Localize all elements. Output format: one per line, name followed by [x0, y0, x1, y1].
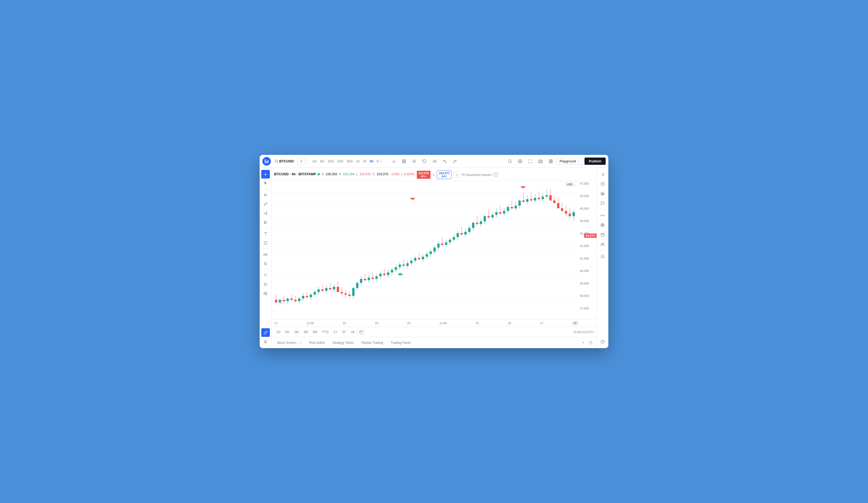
fullscreen-button[interactable]	[526, 157, 535, 165]
svg-point-24	[266, 211, 267, 212]
candlestick-chart[interactable]	[271, 181, 578, 312]
bottom-panel: Stock Screen... Pine Editor Strategy Tes…	[271, 337, 597, 348]
layers-button[interactable]	[598, 189, 607, 198]
pine-editor-tab[interactable]: Pine Editor	[306, 339, 328, 346]
stock-screener-tab[interactable]: Stock Screen...	[274, 339, 305, 346]
time-18: 18	[375, 322, 378, 325]
text-tool[interactable]	[261, 230, 270, 238]
link-tool[interactable]	[261, 328, 270, 337]
symbol-search[interactable]: BTCUSD	[272, 158, 296, 164]
trading-panel-tab[interactable]: Trading Panel	[387, 339, 414, 346]
publish-button[interactable]: Publish	[585, 158, 606, 165]
svg-point-67	[602, 224, 604, 226]
drawing-tool[interactable]	[261, 200, 270, 208]
stock-screener-label: Stock Screen...	[277, 341, 299, 345]
right-sidebar	[597, 168, 608, 348]
interval-D-dropdown[interactable]: D	[375, 159, 384, 164]
logo-button[interactable]	[262, 157, 271, 165]
measure-tool-button[interactable]	[598, 211, 607, 220]
target-button[interactable]	[598, 221, 607, 229]
panel-expand-btn[interactable]	[587, 340, 594, 346]
alerts-history-button[interactable]	[598, 180, 607, 188]
tf-6m[interactable]: 6M	[311, 329, 319, 335]
svg-point-6	[414, 161, 415, 162]
interval-4h[interactable]: 4h	[368, 159, 375, 164]
lock-tool[interactable]	[261, 280, 270, 289]
magnet-tool[interactable]	[261, 271, 270, 279]
open-label: O	[321, 172, 324, 176]
indicators-button[interactable]	[410, 157, 418, 165]
redo-button[interactable]	[451, 157, 459, 165]
interval-1h[interactable]: 1h	[354, 159, 361, 164]
fast-backward-button[interactable]	[430, 157, 439, 165]
watchlist-button[interactable]	[598, 170, 607, 179]
add-symbol-button[interactable]: +	[298, 158, 305, 165]
collapse-button[interactable]: ∧	[454, 172, 459, 178]
tf-1d[interactable]: 1D	[274, 329, 282, 335]
indicator-row: ∧ TD Sequential Indicator	[454, 172, 498, 178]
interval-30m[interactable]: 30m	[345, 159, 354, 164]
alert-button[interactable]	[598, 252, 607, 261]
interval-2h[interactable]: 2h	[361, 159, 368, 164]
time-27: 27	[540, 322, 544, 325]
fib-tool[interactable]	[261, 218, 270, 227]
price-67000: 67,000	[580, 182, 595, 185]
tf-5y[interactable]: 5Y	[340, 329, 348, 335]
replay-trading-tab[interactable]: Replay Trading	[358, 339, 386, 346]
cursor-tool[interactable]	[261, 179, 270, 188]
tf-5d[interactable]: 5D	[283, 329, 291, 335]
time-1200-1: 12:00	[306, 322, 314, 325]
date-range-button[interactable]	[357, 329, 364, 335]
eye-tool[interactable]	[261, 289, 270, 298]
calendar-button[interactable]	[598, 230, 607, 239]
help-button[interactable]	[598, 338, 607, 346]
compare-button[interactable]	[390, 157, 398, 165]
tf-all[interactable]: All	[349, 329, 356, 335]
panel-collapse-btn[interactable]	[580, 340, 586, 346]
comments-button[interactable]	[598, 199, 607, 208]
interval-5m[interactable]: 5m	[318, 159, 326, 164]
buy-badge[interactable]: 103,077 BUY	[437, 170, 452, 179]
path-tool[interactable]	[261, 209, 270, 218]
tf-1y[interactable]: 1Y	[331, 329, 340, 335]
tf-3m[interactable]: 3M	[301, 329, 310, 335]
horizontal-line-tool[interactable]	[261, 191, 270, 199]
emoji-tool[interactable]	[261, 239, 270, 247]
people-button[interactable]	[598, 240, 607, 249]
chart-canvas[interactable]: 67,000 66,000 65,000 64,000 63,000 62,00…	[271, 181, 597, 319]
replay-button[interactable]	[420, 157, 428, 165]
panel-controls	[580, 340, 594, 346]
strategy-tester-tab[interactable]: Strategy Tester	[329, 339, 357, 346]
interval-15m[interactable]: 15m	[326, 159, 335, 164]
indicator-settings[interactable]	[494, 173, 498, 177]
currency-selector[interactable]: USD	[565, 182, 578, 187]
low-value: 102,631	[360, 172, 371, 176]
chart-type-button[interactable]	[400, 157, 408, 165]
publish-label: Publish	[589, 159, 601, 163]
right-divider-1	[599, 209, 606, 209]
tf-1m[interactable]: 1M	[292, 329, 301, 335]
snapshot-button[interactable]	[536, 157, 545, 165]
search-button[interactable]	[506, 157, 514, 165]
zoom-tool[interactable]	[261, 259, 270, 268]
crosshair-sync-button[interactable]	[516, 157, 524, 165]
time-23: 23	[476, 322, 479, 325]
svg-rect-13	[551, 160, 552, 161]
price-61000: 61,000	[580, 257, 595, 260]
goto-date-button[interactable]	[574, 321, 578, 325]
topbar-divider-1	[308, 158, 308, 164]
layout-button[interactable]	[546, 157, 555, 165]
crosshair-tool[interactable]	[261, 170, 270, 179]
interval-1m[interactable]: 1m	[311, 159, 318, 164]
chart-symbol: BTCUSD · 4h · BITSTAMP	[274, 172, 316, 176]
sell-badge[interactable]: 103,076 SELL	[417, 171, 431, 179]
change-value: −3,001	[390, 172, 400, 176]
svg-rect-3	[404, 160, 405, 161]
tf-ytd[interactable]: YTD	[320, 329, 331, 335]
add-icon: +	[300, 159, 302, 164]
trash-tool[interactable]	[261, 338, 270, 346]
undo-button[interactable]	[441, 157, 449, 165]
interval-20m[interactable]: 20m	[335, 159, 345, 164]
playground-button[interactable]: Playground	[557, 158, 583, 165]
ruler-tool[interactable]	[261, 250, 270, 259]
